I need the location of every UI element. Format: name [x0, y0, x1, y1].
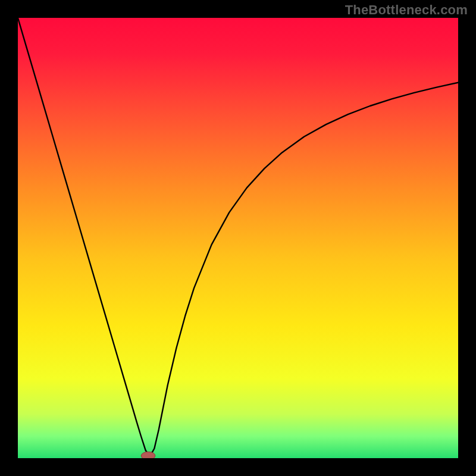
gradient-background: [18, 18, 458, 458]
min-marker: [141, 452, 155, 458]
chart-container: TheBottleneck.com: [0, 0, 476, 476]
plot-area: [18, 18, 458, 458]
watermark-text: TheBottleneck.com: [345, 2, 468, 18]
plot-svg: [18, 18, 458, 458]
